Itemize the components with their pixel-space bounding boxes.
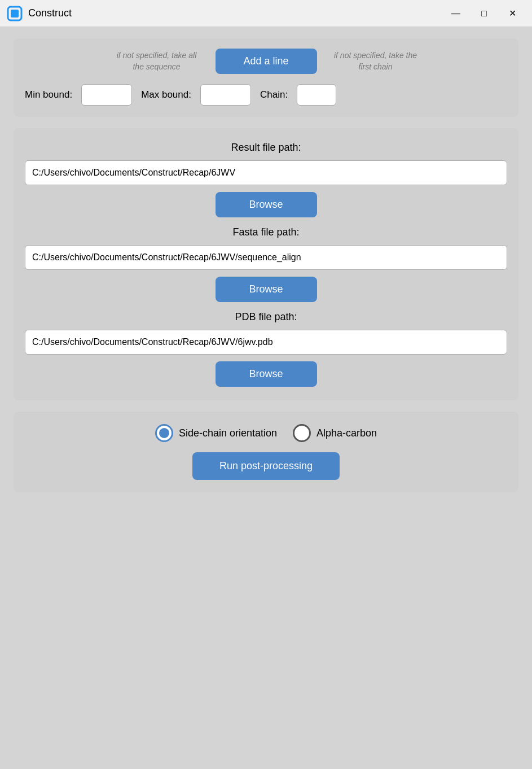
chain-label: Chain:	[260, 89, 288, 101]
main-content: if not specified, take all the sequence …	[0, 27, 532, 504]
min-bound-label: Min bound:	[25, 89, 72, 101]
result-file-section: Result file path: Browse	[25, 142, 507, 217]
radio-alpha-carbon[interactable]: Alpha-carbon	[293, 424, 377, 442]
radio-row: Side-chain orientation Alpha-carbon	[155, 424, 377, 442]
close-button[interactable]: ✕	[499, 5, 525, 23]
radio-side-chain-label: Side-chain orientation	[179, 427, 277, 439]
app-title: Construct	[28, 7, 443, 19]
radio-side-chain[interactable]: Side-chain orientation	[155, 424, 277, 442]
hint-left: if not specified, take all the sequence	[112, 50, 202, 72]
title-bar: Construct — □ ✕	[0, 0, 532, 27]
svg-rect-1	[11, 10, 19, 18]
radio-alpha-carbon-label: Alpha-carbon	[316, 427, 377, 439]
max-bound-input[interactable]	[200, 84, 251, 106]
fasta-file-label: Fasta file path:	[232, 226, 299, 238]
window-controls: — □ ✕	[443, 5, 525, 23]
middle-panel: Result file path: Browse Fasta file path…	[14, 128, 518, 400]
min-bound-input[interactable]	[81, 84, 132, 106]
browse-fasta-button[interactable]: Browse	[216, 277, 317, 302]
pdb-file-label: PDB file path:	[235, 311, 297, 323]
browse-result-button[interactable]: Browse	[216, 192, 317, 217]
radio-alpha-carbon-circle	[293, 424, 311, 442]
result-file-label: Result file path:	[231, 142, 301, 154]
add-line-row: if not specified, take all the sequence …	[25, 49, 507, 74]
maximize-button[interactable]: □	[471, 5, 497, 23]
chain-input[interactable]	[297, 84, 336, 106]
app-icon	[7, 6, 23, 21]
bounds-row: Min bound: Max bound: Chain:	[25, 84, 507, 106]
pdb-file-input[interactable]	[25, 330, 507, 355]
add-line-button[interactable]: Add a line	[216, 49, 317, 74]
top-panel: if not specified, take all the sequence …	[14, 38, 518, 117]
minimize-button[interactable]: —	[443, 5, 469, 23]
radio-side-chain-circle	[155, 424, 173, 442]
max-bound-label: Max bound:	[141, 89, 191, 101]
hint-right: if not specified, take the first chain	[331, 50, 421, 72]
bottom-panel: Side-chain orientation Alpha-carbon Run …	[14, 412, 518, 492]
result-file-input[interactable]	[25, 160, 507, 185]
pdb-file-section: PDB file path: Browse	[25, 311, 507, 387]
browse-pdb-button[interactable]: Browse	[216, 361, 317, 387]
fasta-file-input[interactable]	[25, 245, 507, 270]
fasta-file-section: Fasta file path: Browse	[25, 226, 507, 302]
run-post-processing-button[interactable]: Run post-processing	[192, 452, 340, 480]
